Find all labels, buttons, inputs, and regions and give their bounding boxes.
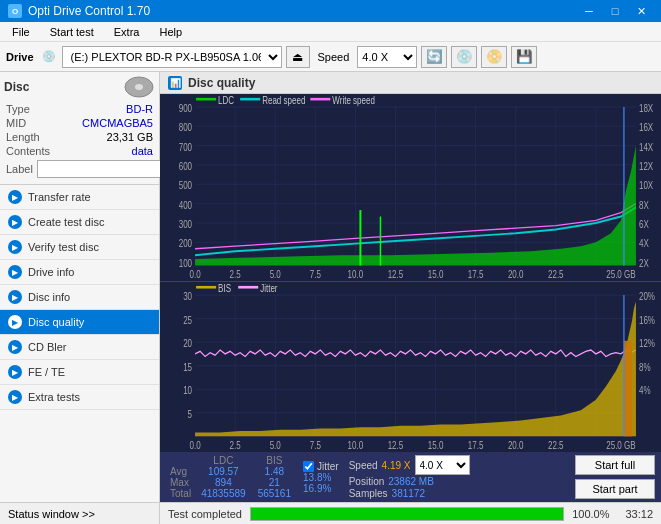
svg-text:16%: 16%: [639, 315, 655, 326]
svg-text:15: 15: [183, 362, 192, 373]
menu-extra[interactable]: Extra: [106, 24, 148, 40]
svg-text:8%: 8%: [639, 362, 651, 373]
bis-total: 565161: [252, 488, 297, 499]
disc-quality-title: Disc quality: [188, 76, 255, 90]
progress-percent: 100.0%: [572, 508, 609, 520]
svg-text:12X: 12X: [639, 161, 653, 172]
sidebar-item-fe-te[interactable]: ▶ FE / TE: [0, 360, 159, 385]
verify-test-disc-label: Verify test disc: [28, 241, 99, 253]
type-value: BD-R: [126, 103, 153, 115]
drive-info-icon: ▶: [8, 265, 22, 279]
label-input[interactable]: [37, 160, 166, 178]
save-button[interactable]: 💾: [511, 46, 537, 68]
close-button[interactable]: ✕: [629, 3, 653, 19]
progress-bar: [250, 507, 564, 521]
refresh-button[interactable]: 🔄: [421, 46, 447, 68]
svg-text:16X: 16X: [639, 122, 653, 133]
sidebar-item-disc-info[interactable]: ▶ Disc info: [0, 285, 159, 310]
drive-icon: 💿: [42, 50, 56, 63]
fe-te-label: FE / TE: [28, 366, 65, 378]
cd-bler-icon: ▶: [8, 340, 22, 354]
disc-quality-label: Disc quality: [28, 316, 84, 328]
svg-text:600: 600: [179, 161, 192, 172]
svg-text:12%: 12%: [639, 338, 655, 349]
progress-bar-fill: [251, 508, 563, 520]
sidebar-item-extra-tests[interactable]: ▶ Extra tests: [0, 385, 159, 410]
sidebar-item-verify-test-disc[interactable]: ▶ Verify test disc: [0, 235, 159, 260]
samples-row: Samples 381172: [349, 488, 470, 499]
minimize-button[interactable]: ─: [577, 3, 601, 19]
disc-button1[interactable]: 💿: [451, 46, 477, 68]
status-window[interactable]: Status window >>: [0, 502, 159, 524]
speed-select[interactable]: 4.0 X: [415, 455, 470, 475]
disc-info-icon: ▶: [8, 290, 22, 304]
svg-text:5: 5: [188, 409, 192, 420]
eject-button[interactable]: ⏏: [286, 46, 310, 68]
svg-text:700: 700: [179, 142, 192, 153]
svg-text:Jitter: Jitter: [260, 283, 277, 294]
svg-text:2X: 2X: [639, 258, 649, 269]
disc-info-label: Disc info: [28, 291, 70, 303]
sidebar-item-cd-bler[interactable]: ▶ CD Bler: [0, 335, 159, 360]
jitter-checkbox[interactable]: [303, 461, 314, 472]
sidebar-item-create-test-disc[interactable]: ▶ Create test disc: [0, 210, 159, 235]
app-title: Opti Drive Control 1.70: [28, 4, 150, 18]
svg-text:15.0: 15.0: [428, 269, 444, 280]
svg-rect-56: [240, 98, 260, 101]
speed-stat-label: Speed: [349, 460, 378, 471]
label-label: Label: [6, 163, 33, 175]
svg-text:300: 300: [179, 219, 192, 230]
position-value: 23862 MB: [388, 476, 434, 487]
total-label: Total: [166, 488, 195, 499]
start-full-button[interactable]: Start full: [575, 455, 655, 475]
speed-selector[interactable]: 4.0 X: [357, 46, 417, 68]
extra-tests-label: Extra tests: [28, 391, 80, 403]
sidebar-item-drive-info[interactable]: ▶ Drive info: [0, 260, 159, 285]
svg-text:22.5: 22.5: [548, 440, 564, 451]
length-label: Length: [6, 131, 40, 143]
drive-info-label: Drive info: [28, 266, 74, 278]
maximize-button[interactable]: □: [603, 3, 627, 19]
svg-rect-80: [624, 341, 632, 436]
app-icon: O: [8, 4, 22, 18]
disc-quality-icon: ▶: [8, 315, 22, 329]
create-test-disc-label: Create test disc: [28, 216, 104, 228]
chart1-svg: 900 800 700 600 500 400 300 200 100 18X …: [160, 94, 661, 281]
menu-start-test[interactable]: Start test: [42, 24, 102, 40]
menu-help[interactable]: Help: [151, 24, 190, 40]
svg-text:10.0: 10.0: [348, 269, 364, 280]
main-layout: Disc Type BD-R MID CMCMAGBA5 Length 23,3…: [0, 72, 661, 524]
svg-text:2.5: 2.5: [230, 440, 241, 451]
disc-icon: [123, 76, 155, 98]
drive-bar: Drive 💿 (E:) PLEXTOR BD-R PX-LB950SA 1.0…: [0, 42, 661, 72]
bis-header: BIS: [252, 455, 297, 466]
svg-text:12.5: 12.5: [388, 269, 404, 280]
disc-button2[interactable]: 📀: [481, 46, 507, 68]
svg-text:2.5: 2.5: [230, 269, 241, 280]
svg-rect-104: [196, 286, 216, 289]
sidebar-item-transfer-rate[interactable]: ▶ Transfer rate: [0, 185, 159, 210]
ldc-total: 41835589: [195, 488, 252, 499]
start-part-button[interactable]: Start part: [575, 479, 655, 499]
svg-text:17.5: 17.5: [468, 269, 484, 280]
svg-text:0.0: 0.0: [190, 269, 201, 280]
svg-text:25: 25: [183, 315, 192, 326]
verify-test-disc-icon: ▶: [8, 240, 22, 254]
drive-selector[interactable]: (E:) PLEXTOR BD-R PX-LB950SA 1.06: [62, 46, 282, 68]
chart2: 30 25 20 15 10 5 20% 16% 12% 8% 4% 0.0 2…: [160, 282, 661, 452]
avg-label: Avg: [166, 466, 195, 477]
svg-text:14X: 14X: [639, 142, 653, 153]
svg-text:4X: 4X: [639, 239, 649, 250]
sidebar-item-disc-quality[interactable]: ▶ Disc quality: [0, 310, 159, 335]
svg-rect-106: [238, 286, 258, 289]
mid-value: CMCMAGBA5: [82, 117, 153, 129]
chart2-svg: 30 25 20 15 10 5 20% 16% 12% 8% 4% 0.0 2…: [160, 282, 661, 452]
samples-value: 381172: [392, 488, 425, 499]
menu-file[interactable]: File: [4, 24, 38, 40]
svg-text:500: 500: [179, 181, 192, 192]
position-label: Position: [349, 476, 385, 487]
svg-text:18X: 18X: [639, 103, 653, 114]
action-buttons: Start full Start part: [575, 455, 655, 499]
position-row: Position 23862 MB: [349, 476, 470, 487]
svg-text:17.5: 17.5: [468, 440, 484, 451]
